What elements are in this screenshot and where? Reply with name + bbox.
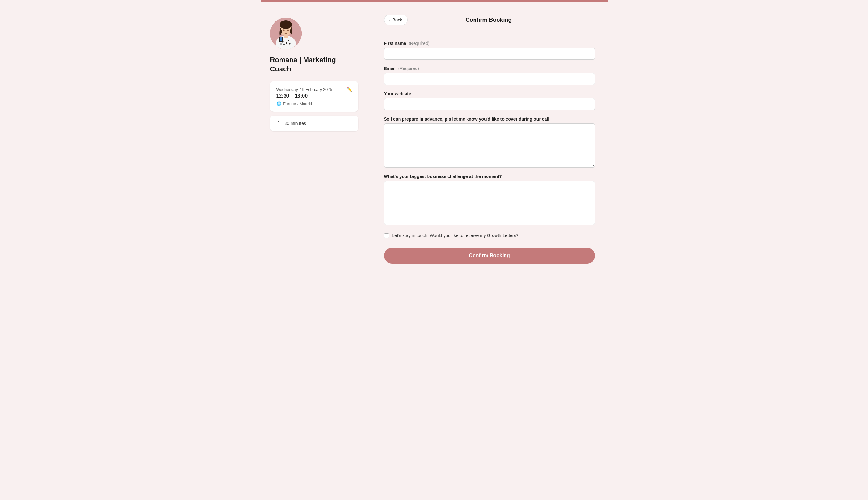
prepare-textarea[interactable] [384,123,595,168]
booking-time: 12:30 – 13:00 [276,93,352,99]
svg-point-9 [280,20,292,29]
email-group: Email (Required) [384,66,595,85]
email-required: (Required) [398,66,419,71]
right-panel: ‹ Back Confirm Booking First name (Requi… [374,11,601,490]
newsletter-group: Let's stay in touch! Would you like to r… [384,232,595,239]
newsletter-checkbox[interactable] [384,233,389,238]
svg-rect-14 [280,37,282,41]
svg-point-10 [283,30,284,31]
challenge-group: What's your biggest business challenge a… [384,174,595,225]
back-button[interactable]: ‹ Back [384,14,408,25]
page-wrapper: Romana | Marketing Coach Wednesday, 19 F… [261,0,608,500]
prepare-group: So I can prepare in advance, pls let me … [384,116,595,168]
first-name-group: First name (Required) [384,41,595,60]
first-name-label: First name (Required) [384,41,595,46]
website-label: Your website [384,91,595,96]
challenge-label: What's your biggest business challenge a… [384,174,595,179]
edit-icon[interactable]: ✏️ [347,87,352,92]
globe-icon: 🌐 [276,101,281,106]
content-area: Romana | Marketing Coach Wednesday, 19 F… [261,2,608,500]
clock-icon: ⏱ [276,121,281,126]
avatar [270,18,302,49]
newsletter-label: Let's stay in touch! Would you like to r… [392,232,519,239]
website-group: Your website [384,91,595,110]
first-name-input[interactable] [384,48,595,60]
first-name-required: (Required) [408,41,429,46]
svg-point-6 [289,43,290,45]
email-label: Email (Required) [384,66,595,71]
svg-point-3 [286,42,287,44]
booking-details-card: Wednesday, 19 February 2025 ✏️ 12:30 – 1… [270,81,358,112]
svg-rect-12 [284,35,288,38]
right-header: ‹ Back Confirm Booking [384,14,595,32]
website-input[interactable] [384,98,595,110]
page-title: Confirm Booking [414,17,564,23]
duration-card: ⏱ 30 minutes [270,115,358,131]
duration-text: 30 minutes [285,121,306,126]
booking-timezone: 🌐 Europe / Madrid [276,101,352,106]
booking-date: Wednesday, 19 February 2025 ✏️ [276,87,352,92]
back-chevron-icon: ‹ [389,18,391,22]
challenge-textarea[interactable] [384,181,595,225]
host-name: Romana | Marketing Coach [270,56,358,73]
svg-point-7 [280,43,282,45]
svg-point-4 [283,44,285,45]
prepare-label: So I can prepare in advance, pls let me … [384,116,595,122]
svg-point-11 [287,30,289,31]
panel-divider [371,11,371,490]
svg-point-5 [288,40,289,41]
email-input[interactable] [384,73,595,85]
booking-form: First name (Required) Email (Required) Y… [384,41,595,264]
avatar-image [270,18,302,49]
confirm-booking-button[interactable]: Confirm Booking [384,248,595,264]
left-panel: Romana | Marketing Coach Wednesday, 19 F… [267,11,368,490]
